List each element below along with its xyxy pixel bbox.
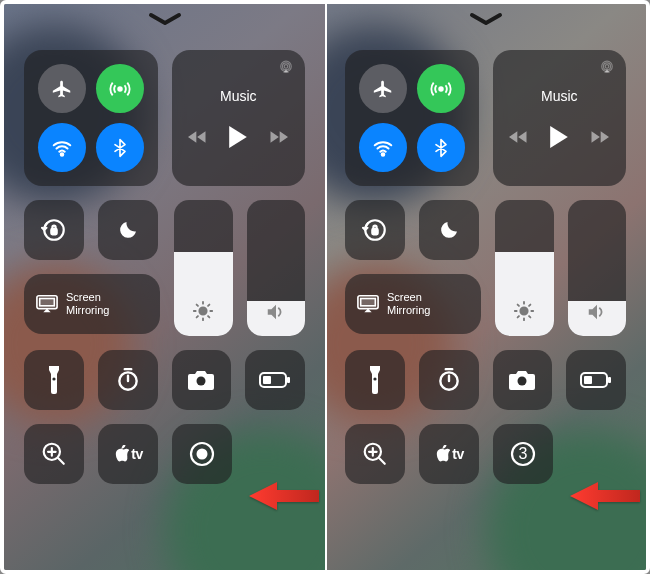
dismiss-chevron-icon[interactable]	[469, 12, 503, 30]
low-power-mode-button[interactable]	[566, 350, 626, 410]
bluetooth-toggle[interactable]	[96, 123, 144, 172]
brightness-slider[interactable]	[174, 200, 233, 336]
brightness-slider[interactable]	[495, 200, 554, 336]
svg-rect-25	[372, 229, 377, 234]
brightness-icon	[192, 300, 214, 326]
panel-divider	[325, 0, 327, 574]
svg-rect-6	[51, 229, 56, 234]
svg-point-20	[382, 153, 385, 156]
volume-icon	[265, 302, 287, 326]
svg-point-0	[118, 87, 122, 91]
volume-slider[interactable]	[247, 200, 306, 336]
airplay-audio-icon	[600, 60, 614, 78]
cellular-data-toggle[interactable]	[96, 64, 144, 113]
apple-tv-label: tv	[452, 446, 463, 462]
airplane-mode-toggle[interactable]	[38, 64, 86, 113]
flashlight-button[interactable]	[24, 350, 84, 410]
previous-track-button[interactable]	[188, 129, 208, 149]
screen-mirroring-button[interactable]: Screen Mirroring	[345, 274, 481, 334]
cellular-data-toggle[interactable]	[417, 64, 465, 113]
control-center-panel-1: Music	[4, 4, 325, 570]
svg-point-3	[283, 63, 290, 70]
magnifier-button[interactable]	[24, 424, 84, 484]
svg-point-28	[521, 307, 528, 314]
screen-mirroring-button[interactable]: Screen Mirroring	[24, 274, 160, 334]
svg-point-31	[518, 377, 527, 386]
svg-rect-8	[40, 299, 55, 306]
wifi-toggle[interactable]	[38, 123, 86, 172]
connectivity-card[interactable]	[345, 50, 479, 186]
do-not-disturb-button[interactable]	[98, 200, 158, 260]
svg-point-1	[61, 153, 64, 156]
volume-icon	[586, 302, 608, 326]
orientation-lock-button[interactable]	[24, 200, 84, 260]
bluetooth-toggle[interactable]	[417, 123, 465, 172]
svg-rect-15	[263, 376, 271, 384]
previous-track-button[interactable]	[509, 129, 529, 149]
svg-point-12	[197, 377, 206, 386]
next-track-button[interactable]	[589, 129, 609, 149]
svg-rect-14	[287, 377, 290, 383]
svg-point-9	[200, 307, 207, 314]
svg-point-19	[439, 87, 443, 91]
screen-mirroring-label: Screen Mirroring	[66, 291, 109, 317]
volume-slider[interactable]	[568, 200, 627, 336]
svg-point-22	[604, 63, 611, 70]
apple-tv-remote-button[interactable]: tv	[98, 424, 158, 484]
control-center-panel-2: Music	[325, 4, 646, 570]
orientation-lock-button[interactable]	[345, 200, 405, 260]
callout-arrow-icon	[249, 482, 319, 510]
timer-button[interactable]	[98, 350, 158, 410]
low-power-mode-button[interactable]	[245, 350, 305, 410]
now-playing-card[interactable]: Music	[493, 50, 626, 186]
camera-button[interactable]	[493, 350, 553, 410]
camera-button[interactable]	[172, 350, 232, 410]
brightness-icon	[513, 300, 535, 326]
connectivity-card[interactable]	[24, 50, 158, 186]
screen-record-button[interactable]	[172, 424, 232, 484]
screen-record-countdown-label: 3	[519, 445, 528, 463]
screen-record-button[interactable]: 3	[493, 424, 553, 484]
svg-point-21	[605, 65, 609, 69]
timer-button[interactable]	[419, 350, 479, 410]
callout-arrow-icon	[570, 482, 640, 510]
dismiss-chevron-icon[interactable]	[148, 12, 182, 30]
play-button[interactable]	[549, 126, 569, 152]
flashlight-button[interactable]	[345, 350, 405, 410]
airplay-audio-icon	[279, 60, 293, 78]
svg-point-10	[52, 377, 55, 380]
svg-point-29	[373, 377, 376, 380]
next-track-button[interactable]	[268, 129, 288, 149]
wifi-toggle[interactable]	[359, 123, 407, 172]
svg-rect-27	[361, 299, 376, 306]
do-not-disturb-button[interactable]	[419, 200, 479, 260]
screen-mirroring-label: Screen Mirroring	[387, 291, 430, 317]
now-playing-card[interactable]: Music	[172, 50, 305, 186]
music-title-label: Music	[220, 88, 257, 104]
svg-rect-33	[608, 377, 611, 383]
magnifier-button[interactable]	[345, 424, 405, 484]
music-title-label: Music	[541, 88, 578, 104]
svg-point-2	[284, 65, 288, 69]
svg-point-18	[197, 449, 208, 460]
airplane-mode-toggle[interactable]	[359, 64, 407, 113]
apple-tv-label: tv	[131, 446, 142, 462]
svg-rect-34	[584, 376, 592, 384]
apple-tv-remote-button[interactable]: tv	[419, 424, 479, 484]
play-button[interactable]	[228, 126, 248, 152]
